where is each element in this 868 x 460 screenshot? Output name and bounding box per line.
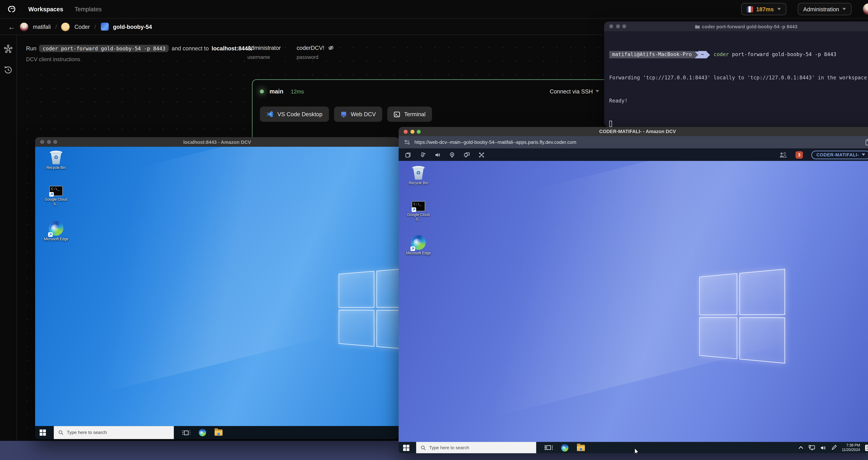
breadcrumb-org[interactable]: Coder	[74, 24, 90, 30]
region-flag-icon	[746, 6, 753, 12]
web-dcv-button[interactable]: Web DCV	[334, 107, 382, 122]
windows-logo	[699, 269, 785, 364]
agent-name: main	[270, 88, 283, 95]
powerline-arrow	[694, 51, 698, 58]
taskbar-clock[interactable]: 7:38 PM 11/20/2024	[842, 443, 860, 452]
speaker-icon[interactable]	[434, 151, 441, 158]
microphone-muted-icon[interactable]	[420, 151, 426, 158]
left-sidebar	[0, 35, 17, 441]
credentials: Administrator username coderDCV! passwor…	[247, 45, 334, 60]
desktop-icon-cloud-shell[interactable]: C:\_ Google Cloud S...	[42, 186, 70, 207]
password-value: coderDCV!	[297, 45, 324, 51]
agent-status-dot	[260, 89, 264, 93]
breadcrumb-separator: /	[55, 24, 57, 30]
taskbar-search[interactable]: Type here to search	[416, 442, 536, 453]
breadcrumb-workspace[interactable]: gold-booby-54	[113, 24, 152, 30]
dcv-back-titlebar[interactable]: localhost:8443 - Amazon DCV	[35, 137, 399, 147]
shortcut-arrow-icon	[48, 232, 53, 237]
latency-value: 187ms	[756, 6, 774, 12]
connect-via-ssh-button[interactable]: Connect via SSH	[550, 88, 599, 94]
caret-down-icon	[862, 153, 865, 156]
windows-taskbar[interactable]: Type here to search 7:38 PM 11/20/2024 1	[399, 442, 868, 453]
terminal-line: Forwarding 'tcp://127.0.0.1:8443' locall…	[609, 74, 868, 82]
webcam-off-icon[interactable]	[449, 151, 455, 158]
prompt-host: matifali@Atifs-MacBook-Pro	[609, 51, 694, 58]
notification-center-icon[interactable]: 1	[865, 444, 868, 451]
powerline-arrow	[707, 51, 710, 58]
edge-taskbar-icon[interactable]	[561, 444, 568, 451]
password-block: coderDCV! password	[297, 45, 334, 60]
connect-label: and connect to	[172, 45, 209, 52]
file-explorer-icon[interactable]	[215, 429, 222, 436]
desktop-icon-recycle-bin[interactable]: Recycle Bin	[405, 166, 432, 185]
shell-prompt-text: C:\_	[51, 187, 59, 191]
dcv-toolbar[interactable]: 3 CODER-MATIFALI-	[399, 148, 868, 161]
fullscreen-icon[interactable]	[478, 151, 485, 158]
collaborators-icon[interactable]	[779, 151, 787, 158]
desktop-icon-edge[interactable]: Microsoft Edge	[42, 221, 70, 242]
breadcrumb-user[interactable]: matifali	[33, 24, 51, 30]
nav-workspaces[interactable]: Workspaces	[28, 6, 63, 12]
file-explorer-icon[interactable]	[577, 444, 585, 451]
web-dcv-label: Web DCV	[351, 111, 376, 117]
history-icon[interactable]	[3, 65, 13, 75]
session-menu-button[interactable]: CODER-MATIFALI-	[811, 150, 868, 159]
volume-icon[interactable]	[820, 445, 826, 450]
terminal-label: Terminal	[404, 111, 426, 117]
resources-icon[interactable]	[3, 44, 13, 54]
pen-icon[interactable]	[831, 445, 837, 451]
latency-pill[interactable]: 187ms	[741, 3, 786, 15]
task-view-icon[interactable]	[545, 445, 553, 450]
user-avatar	[863, 3, 868, 15]
dcv-window-web[interactable]: CODER-MATIFALI- - Amazon DCV https://web…	[399, 127, 868, 453]
org-icon	[61, 22, 70, 31]
username-block: Administrator username	[247, 45, 281, 60]
chevron-down-icon	[777, 8, 781, 10]
chevron-down-icon	[842, 8, 846, 10]
vscode-desktop-button[interactable]: VS Code Desktop	[260, 107, 329, 122]
agent-latency: 12ms	[291, 88, 304, 94]
remote-desktop[interactable]: Recycle Bin C:\_ Google Cloud S... Micro…	[399, 161, 868, 442]
start-button[interactable]	[399, 442, 413, 453]
system-tray[interactable]: 7:38 PM 11/20/2024 1	[798, 443, 868, 452]
terminal-icon	[393, 111, 400, 118]
taskbar-search[interactable]: Type here to search	[54, 426, 174, 439]
edge-icon	[411, 235, 426, 250]
icon-label: Microsoft Edge	[44, 237, 68, 242]
clipboard-icon[interactable]	[865, 139, 868, 146]
user-menu[interactable]	[863, 3, 868, 15]
tray-expand-icon[interactable]	[798, 446, 803, 450]
nav-templates[interactable]: Templates	[74, 6, 101, 12]
dcv-window-localhost[interactable]: localhost:8443 - Amazon DCV Recycle Bin …	[35, 137, 399, 439]
collaborator-count-badge[interactable]: 3	[796, 151, 803, 158]
windows-panel-icon[interactable]	[405, 151, 411, 158]
terminal-window[interactable]: coder port-forward gold-booby-54 -p 8443…	[604, 22, 868, 127]
displays-icon[interactable]	[464, 151, 470, 158]
port-forward-instructions: Run coder port-forward gold-booby-54 -p …	[26, 45, 253, 62]
icon-label: Recycle Bin	[409, 181, 428, 185]
start-button[interactable]	[35, 426, 50, 439]
edge-taskbar-icon[interactable]	[199, 429, 206, 436]
desktop-icon-edge[interactable]: Microsoft Edge	[405, 235, 432, 256]
clock-time: 7:38 PM	[842, 443, 860, 448]
icon-label: Google Cloud S...	[405, 212, 432, 222]
desktop-icon-cloud-shell[interactable]: C:\_ Google Cloud S...	[405, 201, 432, 222]
windows-taskbar[interactable]: Type here to search	[35, 426, 399, 439]
administration-menu[interactable]: Administration	[798, 3, 851, 15]
icon-label: Google Cloud S...	[42, 197, 70, 207]
url-text[interactable]: https://web-dcv--main--gold-booby-54--ma…	[414, 139, 576, 145]
vscode-icon	[266, 111, 273, 118]
desktop-icon-recycle-bin[interactable]: Recycle Bin	[42, 151, 70, 170]
remote-desktop[interactable]: Recycle Bin C:\_ Google Cloud S... Micro…	[35, 147, 399, 426]
dcv-front-titlebar[interactable]: CODER-MATIFALI- - Amazon DCV	[399, 127, 868, 136]
username-label: username	[247, 54, 281, 60]
dcv-client-instructions-link[interactable]: DCV client instructions	[26, 56, 253, 62]
site-settings-icon[interactable]	[404, 139, 410, 145]
back-button[interactable]: ←	[8, 23, 15, 30]
terminal-titlebar[interactable]: coder port-forward gold-booby-54 -p 8443	[604, 22, 868, 31]
task-view-icon[interactable]	[182, 430, 190, 435]
eye-off-icon[interactable]	[328, 45, 334, 51]
network-icon[interactable]	[808, 445, 815, 451]
terminal-button[interactable]: Terminal	[387, 107, 432, 122]
browser-url-bar[interactable]: https://web-dcv--main--gold-booby-54--ma…	[399, 136, 868, 148]
